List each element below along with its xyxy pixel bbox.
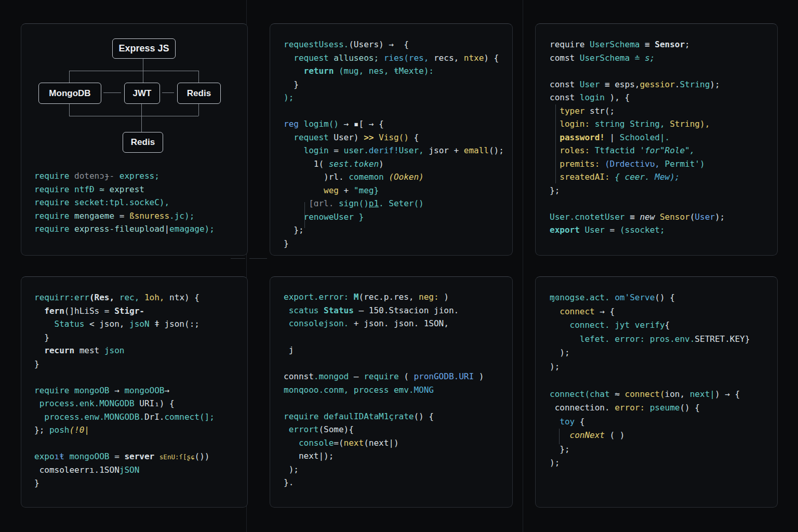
code-token: M (354, 292, 359, 302)
code-token: ßsnuress (129, 211, 169, 221)
code-line: connst.mongod – require ( pronGODB.URI ) (284, 370, 484, 383)
panel-code-export-error: export.error: M(rec.p.res, neg: ) scatus… (270, 276, 513, 508)
code-token: require (34, 224, 69, 234)
code-token: = (334, 145, 343, 155)
code-token: emagage); (169, 224, 215, 234)
code-token: (ssocket; (620, 225, 665, 235)
code-token: monqooo.conm, process emv. (284, 385, 414, 395)
code-token: reg (284, 119, 304, 129)
code-token: console (284, 438, 334, 448)
code-token: return (284, 66, 339, 76)
code-line: lefet. error: pros.env.SETRET.KEY} (550, 332, 750, 347)
code-token: . Seter() (379, 198, 424, 208)
code-line: require secket:tpl.sockeC), (34, 196, 215, 209)
code-token: = (119, 211, 129, 221)
code-token: renoweUser (284, 212, 359, 222)
diagram-connector (69, 116, 198, 116)
code-token: next| (690, 389, 715, 399)
code-line (284, 330, 484, 344)
code-token: } (34, 359, 39, 369)
column-divider-line (523, 0, 523, 532)
diagram-node-redis: Redis (177, 83, 221, 104)
code-token: < json, (89, 319, 129, 329)
code-line: } (284, 78, 504, 91)
code-token: ion, (665, 389, 690, 399)
code-token: Schooled|. (620, 132, 670, 142)
code-token: login: (550, 119, 595, 129)
diagram-connector (141, 103, 142, 132)
code-token: gessior (640, 79, 674, 89)
code-token: UserSchema (580, 53, 635, 63)
code-token: jsoN (129, 319, 154, 329)
code-token: ≡ (605, 79, 615, 89)
code-token: (Users) (349, 39, 389, 49)
code-token: User (584, 225, 609, 235)
code-token: weg (284, 185, 344, 195)
code-token: Stigr- (114, 306, 144, 316)
code-line (284, 396, 484, 410)
code-line: renoweUser } (284, 210, 504, 224)
code-line: require ntfÐ ≃ exprest (34, 183, 215, 196)
code-token: errort (284, 424, 318, 434)
code-token: const (550, 79, 580, 89)
code-token: (!0| (69, 425, 89, 435)
code-token: ≡ (645, 39, 655, 49)
code-line (550, 64, 725, 78)
code-token: () { (414, 411, 434, 421)
code-line: fern(]hLiSs = Stigr- (34, 304, 215, 318)
code-line: expoıŧ mongoOOB = server sEnU:ſ[ʂɕ()) (34, 450, 215, 463)
diagram-connector (69, 103, 70, 116)
code-token: ; (685, 39, 690, 49)
code-token: next (344, 438, 364, 448)
code-token: SETRET.KEY} (695, 334, 750, 344)
code-token: } (284, 79, 299, 89)
code-token: .jc); (169, 211, 194, 221)
code-line: 1( sest.token) (284, 157, 504, 171)
code-token: defaulIDAtaM1çrate (324, 411, 414, 421)
code-line: require express-fileupload|emagage); (34, 222, 215, 236)
code-token: User (695, 212, 715, 222)
code-token: neg: (419, 292, 444, 302)
code-token: verify (635, 320, 665, 330)
code-token: mest (79, 345, 104, 355)
code-token: User.cnotetUser (550, 212, 630, 222)
code-token: ) (715, 389, 725, 399)
code-token: }; (284, 225, 304, 235)
code-token: toy (550, 417, 580, 427)
code-token: p1 (369, 198, 379, 208)
code-token: request (284, 53, 334, 63)
code-token: new (640, 212, 660, 222)
code-line: [ɑrl. sign()p1. Seter() (284, 197, 504, 210)
code-token: sest.token (329, 159, 379, 169)
code-token: posh (49, 425, 70, 435)
code-token: MONG (414, 385, 434, 395)
code-token: ); (550, 348, 570, 357)
code-token: comemon (349, 172, 389, 182)
code-token: sEnU:ſ[ʂɕ (159, 453, 195, 461)
code-line: scatus Status – 150.Stsacion jion. (284, 304, 484, 317)
code-token: user. (344, 145, 369, 155)
code-token: [ɑrl. (284, 198, 339, 208)
code-token: express; (119, 171, 159, 181)
panel-code-connect-verify: ɱɞnogse.act. om'Serve() { connect → { co… (535, 276, 778, 508)
code-line: comsoleerrı.1SONjSON (34, 463, 215, 477)
code-token: mongoOOB (124, 385, 164, 395)
code-token: + json. json. 1SON, (354, 318, 449, 328)
code-token: ( (404, 371, 414, 381)
panel-code-request-users: requestUsess.(Users) → { request alluseo… (270, 23, 513, 256)
code-line: request alluseos; ries(res, recs, ntxe) … (284, 51, 504, 65)
code-line: request User) >> Visg() { (284, 131, 504, 144)
code-token: error: (615, 403, 649, 413)
diagram-node-redis-bottom: Redis (123, 132, 163, 153)
code-token: .mongod (314, 371, 354, 381)
code-line: premits: (Drdectivʋ, Permit') (550, 157, 725, 171)
code-token: server (124, 451, 159, 461)
code-token: expo (34, 451, 55, 461)
code-line: Status < json, jsoN ǂ json(:; (34, 317, 215, 331)
code-line: next|); (284, 449, 484, 463)
code-token: Status (324, 305, 358, 315)
code-token: }; (550, 444, 570, 454)
code-token: mongoOB (74, 385, 114, 395)
code-token: connect (550, 307, 600, 316)
code-token: const (550, 92, 580, 102)
